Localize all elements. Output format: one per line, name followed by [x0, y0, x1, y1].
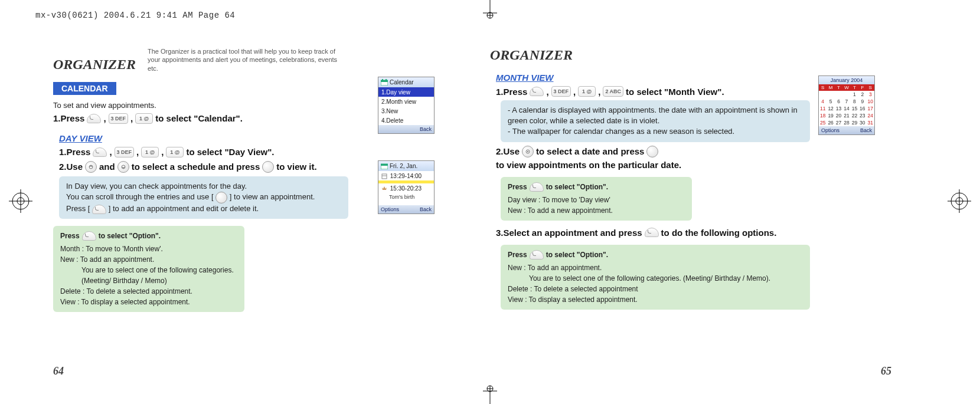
calendar-cell: 23 — [858, 112, 866, 119]
page-65: ORGANIZER MONTH VIEW 1.Press , 3 DEF, 1 … — [490, 47, 891, 377]
list-item: 13:29-14:00 — [378, 171, 434, 180]
calendar-cell: 14 — [842, 105, 850, 112]
step-text: to select "Month View". — [626, 87, 724, 97]
list-item-text: 13:29-14:00 — [390, 173, 422, 179]
option-box: Press to select "Option". Month : To mov… — [53, 226, 244, 312]
softkey-back: Back — [420, 126, 432, 132]
step-text: to view it. — [276, 162, 316, 172]
appointment-icon — [381, 173, 387, 179]
calendar-cell: 10 — [867, 98, 874, 105]
calendar-header-cell: W — [842, 84, 850, 91]
key-1-icon: 1 @ — [135, 113, 153, 124]
phone-screen-calendar-menu: Calendar 1.Day view 2.Month view 3.New 4… — [378, 77, 435, 134]
step-text: 3.Select an appointment and press — [496, 228, 642, 238]
option-header-text: to select "Option". — [546, 249, 608, 260]
option-subline: You are to select one of the following c… — [60, 265, 237, 275]
key-2-icon: 2 ABC — [603, 86, 623, 97]
calendar-header-cell: F — [858, 84, 866, 91]
nav-key-icon — [522, 146, 534, 157]
step-text: to select a date and press — [536, 146, 644, 156]
crop-mark-right — [948, 189, 971, 215]
monthview-step2: 2.Use to select a date and press to view… — [496, 146, 821, 170]
calendar-cell: 6 — [835, 98, 842, 105]
calendar-cell: 26 — [827, 119, 834, 126]
calendar-cell: 19 — [827, 112, 834, 119]
option-header-text: Press — [508, 182, 527, 192]
phone-screen-month-view: January 2004 S M T W T F S 1 2 3 4 — [818, 75, 875, 135]
list-item: 1.Day view — [378, 87, 434, 97]
list-item: 15:30-20:23 — [378, 183, 434, 193]
svg-rect-26 — [382, 174, 387, 179]
calendar-cell: 25 — [819, 119, 827, 126]
calendar-cell: 7 — [842, 98, 850, 105]
calendar-cell: 15 — [851, 105, 858, 112]
calendar-cell: 3 — [867, 91, 874, 98]
key-1-icon: 1 @ — [578, 86, 596, 97]
calendar-cell — [819, 91, 827, 98]
ok-key-icon — [646, 146, 658, 157]
info-text: ] to add an appointment and edit or dele… — [109, 204, 259, 213]
print-header-line: mx-v30(0621) 2004.6.21 9:41 AM Page 64 — [35, 11, 235, 20]
page-title: ORGANIZER — [53, 57, 136, 73]
svg-rect-23 — [386, 79, 387, 81]
option-box: Press to select "Option". New : To add a… — [501, 245, 810, 310]
calendar-mini-icon — [381, 163, 388, 169]
key-1-icon: 1 @ — [166, 147, 184, 157]
option-header-text: to select "Option". — [99, 231, 161, 241]
step-text: to select "Calendar". — [155, 113, 243, 123]
option-line: New : To add an appointment. — [60, 254, 237, 265]
softkey-icon — [93, 147, 107, 157]
step-text: to select a schedule and press — [132, 162, 260, 172]
calendar-cell: 29 — [851, 119, 858, 126]
phone-screen-day-view: Fri. 2, Jan. 13:29-14:00 15:30-20:23 Tom… — [378, 160, 435, 214]
calendar-cell: 2 — [858, 91, 866, 98]
info-text: ] to view an appointment. — [230, 193, 315, 202]
info-line: You can scroll through the entries and u… — [66, 192, 341, 203]
calendar-grid: S M T W T F S 1 2 3 4 5 6 7 — [819, 84, 874, 126]
section-badge-calendar: CALENDAR — [53, 82, 116, 95]
calendar-cell: 4 — [819, 98, 827, 105]
calendar-cell: 27 — [835, 119, 842, 126]
calendar-title: January 2004 — [819, 76, 874, 84]
calendar-cell: 20 — [835, 112, 842, 119]
page-title: ORGANIZER — [490, 47, 821, 63]
dayview-info-box: In Day view, you can check appointments … — [59, 176, 348, 219]
calendar-cell — [842, 91, 850, 98]
calendar-cell: 11 — [819, 105, 827, 112]
calendar-cell: 16 — [858, 105, 866, 112]
key-3-icon: 3 DEF — [115, 147, 135, 157]
option-header-text: to select "Option". — [546, 182, 608, 192]
calendar-cell: 28 — [842, 119, 850, 126]
info-line: - The wallpaper for calendar changes as … — [508, 126, 803, 137]
step-text: 2.Use — [59, 162, 83, 172]
month-view-heading: MONTH VIEW — [496, 73, 821, 83]
softkey-options: Options — [381, 206, 399, 212]
calendar-cell: 13 — [835, 105, 842, 112]
calendar-header-cell: T — [835, 84, 842, 91]
list-item: 2.Month view — [378, 97, 434, 106]
calendar-cell: 21 — [842, 112, 850, 119]
option-line: Day view : To move to 'Day view' — [508, 195, 685, 205]
step-text: to view appointments on the particular d… — [496, 160, 681, 170]
option-line: Month : To move to 'Month view'. — [60, 244, 237, 254]
info-line: Press [ ] to add an appointment and edit… — [66, 203, 341, 214]
monthview-info-box: - A calendar is displayed with appointme… — [501, 100, 810, 142]
monthview-step1: 1.Press , 3 DEF, 1 @, 2 ABC to select "M… — [496, 86, 821, 97]
birthday-icon — [381, 186, 387, 192]
crop-mark-left — [9, 189, 32, 215]
info-text: Press [ — [66, 204, 90, 213]
step-text: 1.Press — [59, 147, 90, 157]
svg-rect-25 — [381, 164, 388, 166]
ok-key-icon — [215, 192, 227, 203]
page-number: 64 — [53, 365, 64, 377]
option-subline: You are to select one of the following c… — [508, 273, 803, 284]
info-line: - A calendar is displayed with appointme… — [508, 105, 803, 126]
softkey-back: Back — [860, 127, 872, 133]
softkey-icon — [92, 205, 106, 214]
key-1-icon: 1 @ — [141, 147, 159, 157]
softkey-icon — [530, 87, 544, 96]
screen-title: Calendar — [390, 79, 414, 86]
ok-key-icon — [262, 161, 274, 173]
calendar-cell: 24 — [867, 112, 874, 119]
list-item: 4.Delete — [378, 116, 434, 125]
